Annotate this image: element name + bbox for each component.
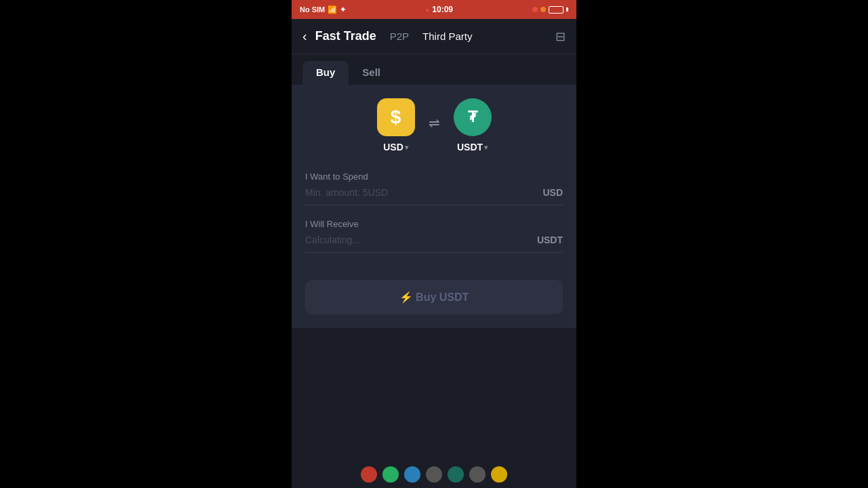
receive-input[interactable]: Calculating... [305, 235, 537, 245]
currency-row: $ USD ⇌ ₮ USDT [305, 98, 563, 152]
receive-input-row: Calculating... USDT [305, 235, 563, 253]
bottom-icon-4 [426, 466, 442, 483]
menu-icon[interactable]: ⊟ [555, 29, 566, 44]
tab-bar: Buy Sell [292, 54, 576, 85]
back-button[interactable]: ‹ [302, 28, 307, 44]
receive-currency: USDT [537, 235, 563, 245]
bottom-icon-1 [361, 466, 377, 483]
nav-item-third-party[interactable]: Third Party [422, 30, 472, 42]
buy-button[interactable]: ⚡ Buy USDT [305, 280, 563, 314]
swap-icon[interactable]: ⇌ [429, 115, 440, 131]
status-center: ● 10:09 [425, 5, 453, 14]
main-content: $ USD ⇌ ₮ USDT I Want to Spend Min. amou… [292, 85, 576, 328]
bottom-icon-7 [491, 466, 507, 483]
tab-sell-label: Sell [362, 66, 380, 78]
currency-from-label: USD [383, 142, 408, 152]
spend-label: I Want to Spend [305, 171, 563, 182]
wifi-signal: 📶 [328, 5, 337, 14]
status-dot-red [532, 7, 538, 12]
bottom-bar [292, 461, 576, 488]
recording-dot: ● [425, 6, 429, 14]
receive-section: I Will Receive Calculating... USDT [305, 219, 563, 253]
usd-icon: $ [377, 98, 415, 136]
bottom-icon-6 [469, 466, 486, 483]
bottom-icon-3 [404, 466, 420, 483]
receive-label: I Will Receive [305, 219, 563, 229]
header-nav: P2P Third Party [390, 30, 555, 42]
time-label: 10:09 [432, 5, 453, 14]
status-right [532, 6, 568, 14]
bottom-icon-2 [382, 466, 399, 483]
currency-to-label: USDT [457, 142, 488, 152]
spend-input[interactable]: Min. amount: 5USD [305, 187, 542, 198]
bottom-icon-5 [448, 466, 464, 483]
currency-from[interactable]: $ USD [377, 98, 415, 152]
tab-buy[interactable]: Buy [302, 61, 349, 85]
battery-fill [550, 7, 555, 12]
nav-item-p2p[interactable]: P2P [390, 30, 409, 42]
status-bar: No SIM 📶 ✦ ● 10:09 [292, 0, 576, 19]
battery-tip [566, 7, 568, 12]
signal-dot: ✦ [340, 5, 346, 14]
status-dot-orange [540, 7, 546, 12]
currency-to[interactable]: ₮ USDT [454, 98, 492, 152]
spend-currency: USD [542, 187, 563, 198]
bottom-space [292, 328, 576, 461]
spend-section: I Want to Spend Min. amount: 5USD USD [305, 171, 563, 205]
usdt-icon: ₮ [454, 98, 492, 136]
tab-buy-label: Buy [316, 66, 335, 78]
page-title: Fast Trade [315, 29, 376, 43]
spend-input-row: Min. amount: 5USD USD [305, 187, 563, 205]
battery-icon [549, 6, 564, 14]
carrier-label: No SIM [300, 5, 325, 14]
header: ‹ Fast Trade P2P Third Party ⊟ [292, 19, 576, 54]
tab-sell[interactable]: Sell [349, 61, 394, 85]
status-left: No SIM 📶 ✦ [300, 5, 346, 14]
